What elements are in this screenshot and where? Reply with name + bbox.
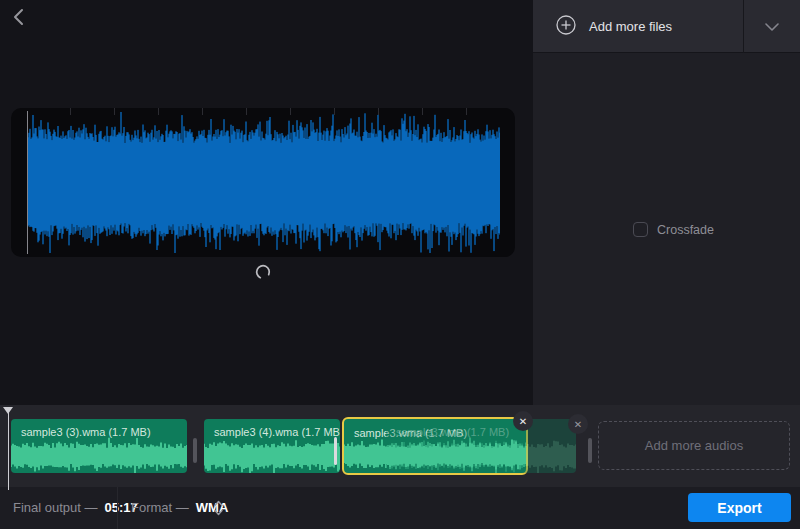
- format-value: WMA: [196, 500, 229, 515]
- footer-divider: [117, 487, 118, 529]
- timeline-playhead[interactable]: [0, 405, 20, 491]
- settings-panel: Add more files Crossfade: [533, 0, 800, 405]
- chevron-left-icon: [12, 8, 26, 26]
- add-more-files-button[interactable]: Add more files: [533, 0, 800, 53]
- preview-area: [0, 0, 533, 405]
- clip-junction-handle[interactable]: [334, 437, 337, 465]
- loading-spinner-icon: [255, 264, 271, 280]
- crossfade-label: Crossfade: [657, 223, 714, 237]
- clip-label: sample3 (3).wma (1.7 MB): [21, 426, 151, 438]
- timeline-strip: sample3 (3).wma (1.7 MB) sample3 (4).wma…: [0, 405, 800, 487]
- export-button[interactable]: Export: [688, 493, 791, 522]
- remove-ghost-clip-button[interactable]: ✕: [568, 414, 588, 434]
- audio-waveform: [27, 112, 500, 253]
- format-stepper-icon[interactable]: [214, 499, 223, 517]
- footer-bar: Final output —05:17 Format —WMA Export: [0, 487, 800, 529]
- remove-clip-button[interactable]: ✕: [513, 411, 533, 431]
- crossfade-toggle[interactable]: Crossfade: [633, 222, 714, 237]
- clip-label: sample3.wma (1.7 MB): [354, 427, 467, 439]
- audio-clip-2[interactable]: sample3 (4).wma (1.7 MB): [204, 419, 340, 473]
- final-output-readout: Final output —05:17: [13, 487, 138, 529]
- add-more-audios-dropzone[interactable]: Add more audios: [598, 421, 790, 470]
- clip-label: sample3 (4).wma (1.7 MB): [214, 426, 340, 438]
- final-output-label: Final output —: [13, 500, 98, 515]
- audio-clip-3-selected[interactable]: sample3.wma (1.7 MB): [342, 417, 528, 475]
- header-divider: [743, 0, 744, 53]
- waveform-preview-panel: [11, 108, 515, 257]
- format-label: Format —: [131, 500, 189, 515]
- playhead-line: [8, 408, 10, 490]
- clip-junction-handle[interactable]: [193, 438, 197, 463]
- clip-junction-handle[interactable]: [588, 438, 592, 463]
- preview-playhead[interactable]: [27, 111, 28, 254]
- back-button[interactable]: [8, 6, 30, 28]
- add-more-files-label: Add more files: [589, 0, 672, 53]
- add-more-audios-label: Add more audios: [645, 438, 743, 453]
- plus-circle-icon: [556, 15, 576, 35]
- audio-clip-1[interactable]: sample3 (3).wma (1.7 MB): [11, 419, 187, 473]
- audio-merger-window: Add more files Crossfade sample3 (3).wma…: [0, 0, 800, 529]
- chevron-down-icon[interactable]: [765, 23, 779, 31]
- crossfade-checkbox[interactable]: [633, 222, 648, 237]
